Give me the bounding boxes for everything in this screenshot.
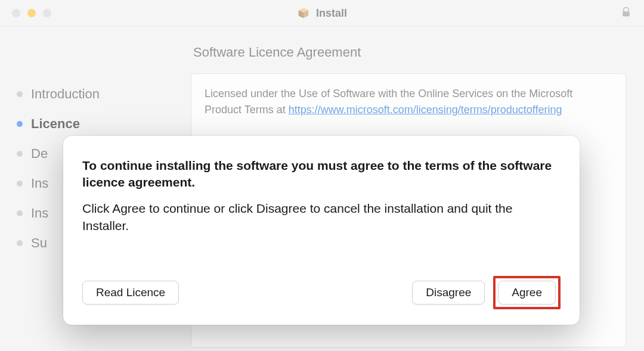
agreement-dialog: To continue installing the software you …: [63, 136, 580, 325]
dialog-headline: To continue installing the software you …: [82, 157, 561, 191]
disagree-button[interactable]: Disagree: [412, 281, 485, 305]
installer-window: Install Introduction Licence De: [0, 0, 644, 351]
dialog-button-row: Read Licence Disagree Agree: [82, 276, 561, 309]
agree-highlight: Agree: [493, 276, 561, 309]
agree-button[interactable]: Agree: [498, 281, 556, 305]
read-licence-button[interactable]: Read Licence: [82, 281, 179, 305]
dialog-body-text: Click Agree to continue or click Disagre…: [82, 200, 561, 235]
